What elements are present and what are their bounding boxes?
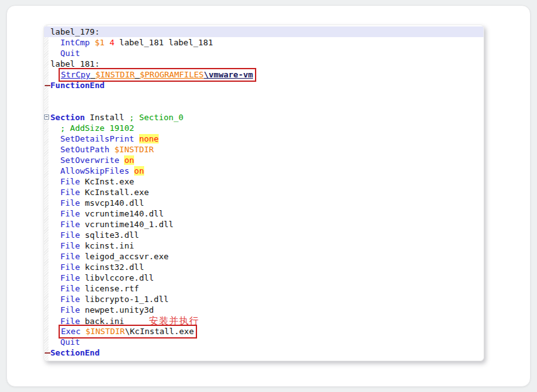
code-token bbox=[50, 220, 60, 229]
code-token: StrCpy bbox=[61, 70, 91, 79]
code-token: FunctionEnd bbox=[50, 81, 105, 90]
code-token: $INSTDIR bbox=[115, 145, 154, 154]
code-token bbox=[50, 123, 60, 133]
code-line[interactable]: SetOutPath $INSTDIR bbox=[44, 144, 483, 155]
code-line[interactable]: label_179: bbox=[44, 26, 483, 37]
code-line[interactable]: AllowSkipFiles on bbox=[44, 165, 483, 176]
code-token: libvlccore.dll bbox=[80, 273, 154, 283]
code-line[interactable]: FunctionEnd bbox=[44, 80, 483, 91]
code-token: Install bbox=[85, 113, 129, 122]
code-token bbox=[50, 252, 60, 261]
code-token bbox=[50, 48, 60, 58]
code-token: Quit bbox=[60, 48, 80, 58]
code-line[interactable]: File kcinst32.dll bbox=[44, 262, 483, 272]
code-token: File bbox=[60, 305, 80, 315]
code-token: $PROGRAMFILES bbox=[140, 70, 204, 79]
code-token bbox=[50, 209, 60, 218]
code-token: KcInstall.exe bbox=[80, 188, 149, 197]
code-token: label 181: bbox=[50, 59, 99, 69]
code-line[interactable]: Quit bbox=[44, 48, 483, 59]
code-line[interactable]: File msvcp140.dll bbox=[44, 198, 483, 208]
code-line[interactable]: File KcInstall.exe bbox=[44, 187, 483, 198]
code-line[interactable]: Exec $INSTDIR\KcInstall.exe bbox=[44, 326, 483, 337]
code-line[interactable]: File leigod_accsvr.exe bbox=[44, 251, 483, 262]
code-line[interactable]: Section Install ; Section_0 bbox=[44, 112, 483, 123]
code-token: File bbox=[60, 198, 80, 208]
content-card: label_179: IntCmp $1 4 label_181 label_1… bbox=[6, 5, 531, 387]
code-token: on bbox=[134, 166, 144, 176]
code-line[interactable]: File libvlccore.dll bbox=[44, 272, 483, 283]
code-token bbox=[129, 166, 134, 176]
code-token: ; AddSize 19102 bbox=[60, 123, 134, 133]
code-token bbox=[105, 38, 110, 47]
code-token bbox=[50, 284, 60, 293]
code-line[interactable]: ; AddSize 19102 bbox=[44, 123, 483, 133]
code-token: $INSTDIR bbox=[95, 70, 135, 79]
code-line[interactable]: File kcinst.ini bbox=[44, 240, 483, 251]
code-line[interactable]: SetDetailsPrint none bbox=[44, 133, 483, 144]
code-line[interactable] bbox=[44, 91, 483, 101]
code-token: label_179: bbox=[50, 27, 99, 36]
code-token: File bbox=[60, 177, 80, 186]
code-line[interactable]: StrCpy $INSTDIR $PROGRAMFILES\vmware-vm bbox=[44, 69, 483, 80]
code-token bbox=[50, 134, 60, 143]
code-token bbox=[50, 241, 60, 250]
code-line[interactable]: File license.rtf bbox=[44, 283, 483, 294]
fold-end-dash-icon[interactable] bbox=[45, 352, 50, 354]
code-token bbox=[50, 155, 60, 165]
code-token: File bbox=[60, 284, 80, 293]
code-token bbox=[81, 327, 86, 336]
code-token: File bbox=[60, 273, 80, 283]
code-token: SectionEnd bbox=[50, 348, 99, 357]
code-token: Exec bbox=[61, 327, 81, 336]
code-token: sqlite3.dll bbox=[80, 230, 139, 240]
code-token: license.rtf bbox=[80, 284, 139, 293]
code-token: File bbox=[60, 252, 80, 261]
code-editor[interactable]: label_179: IntCmp $1 4 label_181 label_1… bbox=[43, 25, 484, 361]
code-line[interactable] bbox=[44, 101, 483, 112]
code-line[interactable]: File vcruntime140.dll bbox=[44, 208, 483, 219]
code-token bbox=[135, 70, 140, 79]
code-token: KcInst.exe bbox=[80, 177, 134, 186]
code-token: File bbox=[60, 209, 80, 218]
code-token: msvcp140.dll bbox=[80, 198, 144, 208]
code-token bbox=[50, 230, 60, 240]
code-line[interactable]: File vcruntime140_1.dll bbox=[44, 219, 483, 230]
code-token bbox=[50, 262, 60, 272]
code-token: $INSTDIR bbox=[86, 327, 125, 336]
code-token: \KcInstall.exe bbox=[125, 327, 194, 336]
code-token: none bbox=[139, 134, 159, 143]
code-token: File bbox=[60, 188, 80, 197]
code-token bbox=[110, 145, 115, 154]
code-token: \vmware-vm bbox=[204, 70, 253, 79]
code-token: vcruntime140.dll bbox=[80, 209, 164, 218]
code-token bbox=[50, 273, 60, 283]
code-token: kcinst32.dll bbox=[80, 262, 144, 272]
code-line[interactable]: IntCmp $1 4 label_181 label_181 bbox=[44, 37, 483, 48]
fold-end-dash-icon[interactable] bbox=[45, 85, 50, 86]
code-token: on bbox=[124, 155, 134, 165]
code-token bbox=[50, 166, 60, 176]
code-line[interactable]: File newpet.unity3d bbox=[44, 305, 483, 315]
code-token: label_181 label_181 bbox=[115, 38, 213, 47]
code-token: File bbox=[60, 241, 80, 250]
code-token: File bbox=[60, 262, 80, 272]
code-token: newpet.unity3d bbox=[80, 305, 154, 315]
code-line[interactable]: Quit bbox=[44, 337, 483, 347]
code-token: AllowSkipFiles bbox=[60, 166, 130, 176]
code-token: Section bbox=[50, 113, 85, 122]
code-token: $1 bbox=[94, 38, 105, 47]
code-token: vcruntime140_1.dll bbox=[80, 220, 174, 229]
code-token: ; Section_0 bbox=[129, 113, 183, 122]
code-line[interactable]: File sqlite3.dll bbox=[44, 230, 483, 240]
code-line[interactable]: SetOverwrite on bbox=[44, 155, 483, 165]
code-line[interactable]: File libcrypto-1_1.dll bbox=[44, 294, 483, 305]
code-token: kcinst.ini bbox=[80, 241, 134, 250]
fold-collapse-icon[interactable] bbox=[44, 115, 49, 120]
code-token: SetOutPath bbox=[60, 145, 110, 154]
code-line[interactable]: File KcInst.exe bbox=[44, 176, 483, 187]
code-token: SetDetailsPrint bbox=[60, 134, 134, 143]
code-token bbox=[134, 134, 139, 143]
code-line[interactable]: SectionEnd bbox=[44, 347, 483, 358]
code-token: 4 bbox=[110, 38, 115, 47]
